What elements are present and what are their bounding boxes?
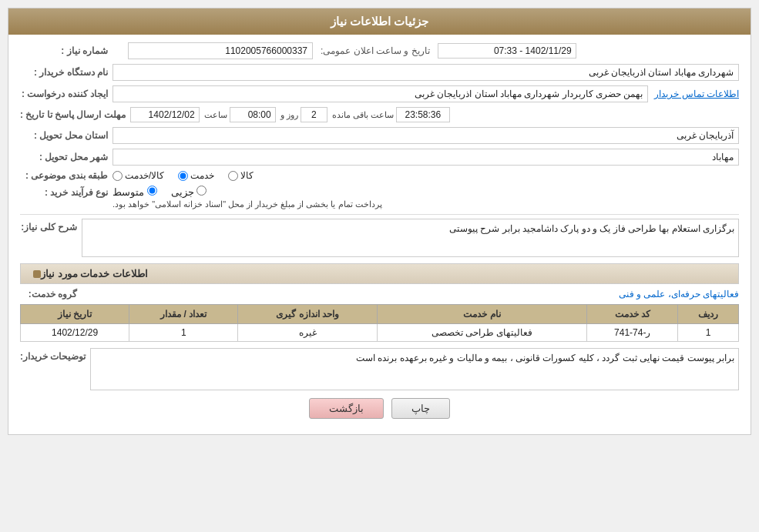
deadline-day-label: روز و: [280, 110, 298, 120]
title-text: جزئیات اطلاعات نیاز: [331, 15, 428, 28]
col-unit: واحد اندازه گیری: [238, 305, 378, 324]
category-goods-service-option[interactable]: کالا/خدمت: [113, 170, 164, 181]
category-service-option[interactable]: خدمت: [178, 170, 214, 181]
need-number-value: 1102005766000337: [128, 42, 313, 59]
cell-row-num: 1: [678, 324, 739, 342]
city-value: مهاباد: [113, 149, 739, 166]
deadline-remain-label: ساعت باقی مانده: [332, 110, 394, 120]
category-label: طبقه بندی موضوعی :: [20, 170, 113, 181]
col-row-num: ردیف: [678, 305, 739, 324]
col-quantity: تعداد / مقدار: [129, 305, 238, 324]
deadline-time-value: 08:00: [230, 107, 276, 122]
purchase-type-medium-option[interactable]: متوسط: [113, 186, 157, 198]
requester-value: بهمن حضری کاربردار شهرداری مهاباد استان …: [113, 85, 648, 102]
back-button[interactable]: بازگشت: [309, 398, 384, 419]
announce-date-value: 1402/11/29 - 07:33: [438, 43, 576, 59]
buyer-desc-value: برابر پیوست قیمت نهایی ثبت گردد ، کلیه ک…: [90, 348, 739, 390]
requester-link[interactable]: اطلاعات تماس خریدار: [654, 89, 739, 99]
services-group-value[interactable]: فعالیتهای حرفه‌ای، علمی و فنی: [619, 289, 739, 299]
requester-label: ایجاد کننده درخواست :: [20, 89, 113, 99]
purchase-type-partial-option[interactable]: جزیی: [171, 186, 207, 198]
buyer-org-label: نام دستگاه خریدار :: [20, 67, 113, 78]
deadline-days-value: 2: [301, 107, 327, 122]
deadline-time-label: ساعت: [204, 110, 227, 120]
services-section-header: اطلاعات خدمات مورد نیاز: [20, 263, 739, 284]
services-group-label: گروه خدمت:: [20, 289, 82, 299]
city-label: شهر محل تحویل :: [20, 152, 113, 162]
deadline-date-value: 1402/12/02: [130, 107, 200, 122]
services-table: ردیف کد خدمت نام خدمت واحد اندازه گیری ت…: [20, 304, 739, 342]
province-label: استان محل تحویل :: [20, 130, 113, 141]
print-button[interactable]: چاپ: [391, 398, 450, 419]
cell-quantity: 1: [129, 324, 238, 342]
col-service-code: کد خدمت: [587, 305, 678, 324]
col-date: تاریخ نیاز: [21, 305, 129, 324]
description-value: برگزاری استعلام بها طراحی فاز یک و دو پا…: [82, 219, 739, 257]
table-row: 1 ر-74-741 فعالیتهای طراحی تخصصی غیره 1 …: [21, 324, 739, 342]
deadline-label: مهلت ارسال پاسخ تا تاریخ :: [20, 109, 130, 120]
purchase-type-label: نوع فرآیند خرید :: [20, 186, 113, 198]
buttons-row: چاپ بازگشت: [20, 398, 739, 427]
description-label: شرح کلی نیاز:: [20, 219, 82, 233]
cell-date: 1402/12/29: [21, 324, 129, 342]
need-number-label: شماره نیاز :: [20, 45, 113, 56]
panel-title: جزئیات اطلاعات نیاز: [8, 8, 751, 35]
buyer-org-value: شهرداری مهاباد استان اذربایجان غربی: [113, 64, 739, 81]
purchase-note: پرداخت تمام یا بخشی از مبلغ خریدار از مح…: [113, 199, 382, 209]
cell-service-code: ر-74-741: [587, 324, 678, 342]
category-goods-option[interactable]: کالا: [228, 170, 254, 181]
services-table-container: ردیف کد خدمت نام خدمت واحد اندازه گیری ت…: [20, 304, 739, 342]
announce-date-label: تاریخ و ساعت اعلان عمومی:: [321, 45, 430, 56]
cell-service-name: فعالیتهای طراحی تخصصی: [378, 324, 587, 342]
col-service-name: نام خدمت: [378, 305, 587, 324]
deadline-remain-value: 23:58:36: [396, 107, 450, 122]
buyer-desc-label: توضیحات خریدار:: [20, 348, 90, 362]
cell-unit: غیره: [238, 324, 378, 342]
province-value: آذربایجان غربی: [113, 127, 739, 144]
